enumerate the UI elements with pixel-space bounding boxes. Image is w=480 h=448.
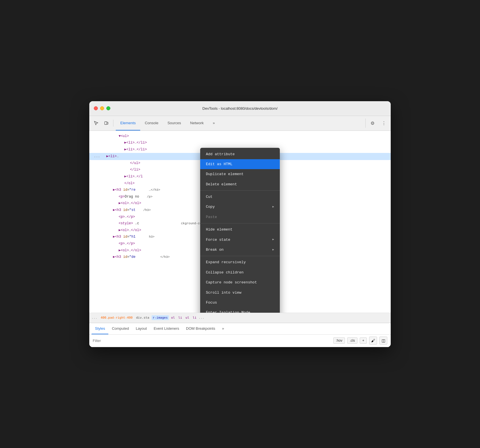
window-title: DevTools - localhost:8080/docs/devtools/… bbox=[202, 106, 278, 111]
ctx-copy[interactable]: Copy ▶ bbox=[200, 202, 280, 212]
settings-icon[interactable]: ⚙ bbox=[368, 119, 377, 128]
filter-input[interactable] bbox=[93, 339, 331, 343]
breadcrumb-item-div-sta[interactable]: div.sta bbox=[135, 315, 150, 320]
breadcrumb-item-ul[interactable]: ul bbox=[184, 315, 190, 320]
tab-styles[interactable]: Styles bbox=[92, 323, 108, 334]
ctx-hide-element[interactable]: Hide element bbox=[200, 225, 280, 235]
devtools-window: DevTools - localhost:8080/docs/devtools/… bbox=[89, 101, 391, 347]
dom-tree[interactable]: ▼<ul> ▶<li>…</li> ▶<li>…</li> ... ▶<li>…… bbox=[89, 131, 391, 313]
tab-dom-breakpoints[interactable]: DOM Breakpoints bbox=[183, 323, 219, 334]
ctx-focus[interactable]: Focus bbox=[200, 298, 280, 308]
close-button[interactable] bbox=[94, 106, 98, 110]
maximize-button[interactable] bbox=[106, 106, 110, 110]
tab-computed[interactable]: Computed bbox=[108, 323, 132, 334]
ctx-cut[interactable]: Cut bbox=[200, 192, 280, 202]
tab-event-listeners[interactable]: Event Listeners bbox=[150, 323, 183, 334]
layout-icon-button[interactable]: ◫ bbox=[379, 337, 387, 345]
tab-console[interactable]: Console bbox=[140, 116, 163, 130]
tab-panel-more[interactable]: » bbox=[219, 323, 227, 334]
titlebar: DevTools - localhost:8080/docs/devtools/… bbox=[89, 101, 391, 116]
copy-arrow-icon: ▶ bbox=[272, 204, 274, 210]
tab-sources[interactable]: Sources bbox=[163, 116, 186, 130]
paint-icon-button[interactable]: 🖌 bbox=[369, 337, 377, 345]
ctx-separator-1 bbox=[200, 190, 280, 191]
dom-line: ▼<ul> bbox=[89, 133, 391, 140]
ctx-expand-recursively[interactable]: Expand recursively bbox=[200, 257, 280, 267]
ctx-force-state[interactable]: Force state ▶ bbox=[200, 235, 280, 245]
breadcrumb-bar: ... 400.pad-right-400 div.sta r-images o… bbox=[89, 313, 391, 323]
ctx-separator-2 bbox=[200, 223, 280, 223]
breadcrumb-item-r-images[interactable]: r-images bbox=[152, 315, 169, 320]
ctx-delete-element[interactable]: Delete element bbox=[200, 179, 280, 189]
ctx-separator-3 bbox=[200, 256, 280, 256]
minimize-button[interactable] bbox=[100, 106, 104, 110]
breadcrumb-item-li2[interactable]: li bbox=[192, 315, 198, 320]
breadcrumb-item-ol[interactable]: ol bbox=[170, 315, 176, 320]
breadcrumb-item-li[interactable]: li bbox=[177, 315, 183, 320]
toolbar: Elements Console Sources Network » ⚙ ⋮ bbox=[89, 116, 391, 131]
ctx-collapse-children[interactable]: Collapse children bbox=[200, 267, 280, 277]
panel-tabs: Styles Computed Layout Event Listeners D… bbox=[89, 323, 391, 335]
svg-rect-1 bbox=[107, 122, 108, 124]
toolbar-tabs: Elements Console Sources Network » bbox=[116, 116, 364, 130]
bottom-panel: Styles Computed Layout Event Listeners D… bbox=[89, 323, 391, 347]
ctx-scroll-into-view[interactable]: Scroll into view bbox=[200, 288, 280, 298]
ctx-capture-node-screenshot[interactable]: Capture node screenshot bbox=[200, 277, 280, 287]
ctx-enter-isolation-mode[interactable]: Enter Isolation Mode bbox=[200, 308, 280, 312]
ctx-add-attribute[interactable]: Add attribute bbox=[200, 149, 280, 159]
toolbar-divider bbox=[113, 120, 113, 126]
context-menu: Add attribute Edit as HTML Duplicate ele… bbox=[200, 148, 280, 313]
breadcrumb-item-class-400[interactable]: 400.pad-right-400 bbox=[100, 315, 134, 320]
ctx-break-on[interactable]: Break on ▶ bbox=[200, 245, 280, 255]
tab-layout[interactable]: Layout bbox=[132, 323, 150, 334]
traffic-lights bbox=[94, 106, 110, 110]
add-rule-button[interactable]: + bbox=[360, 337, 367, 344]
breadcrumb-dots[interactable]: ... bbox=[92, 316, 97, 320]
tab-elements[interactable]: Elements bbox=[116, 116, 140, 130]
filter-actions: :hov .cls + 🖌 ◫ bbox=[333, 337, 387, 345]
device-mode-icon[interactable] bbox=[102, 119, 111, 128]
ctx-paste: Paste bbox=[200, 212, 280, 222]
kebab-menu-icon[interactable]: ⋮ bbox=[379, 119, 388, 128]
main-content: ▼<ul> ▶<li>…</li> ▶<li>…</li> ... ▶<li>…… bbox=[89, 131, 391, 323]
ctx-duplicate-element[interactable]: Duplicate element bbox=[200, 169, 280, 179]
breadcrumb-end-dots[interactable]: ... bbox=[199, 316, 204, 320]
cls-button[interactable]: .cls bbox=[347, 337, 357, 344]
toolbar-right: ⚙ ⋮ bbox=[365, 119, 388, 128]
dom-line: ▶<li>…</li> bbox=[89, 140, 391, 146]
tab-more[interactable]: » bbox=[208, 116, 219, 130]
tab-network[interactable]: Network bbox=[186, 116, 208, 130]
ctx-edit-as-html[interactable]: Edit as HTML bbox=[200, 159, 280, 169]
break-on-arrow-icon: ▶ bbox=[272, 247, 274, 252]
inspect-element-icon[interactable] bbox=[92, 119, 101, 128]
filter-bar: :hov .cls + 🖌 ◫ bbox=[89, 335, 391, 347]
force-state-arrow-icon: ▶ bbox=[272, 237, 274, 242]
svg-rect-0 bbox=[105, 122, 107, 125]
hov-button[interactable]: :hov bbox=[333, 337, 345, 344]
